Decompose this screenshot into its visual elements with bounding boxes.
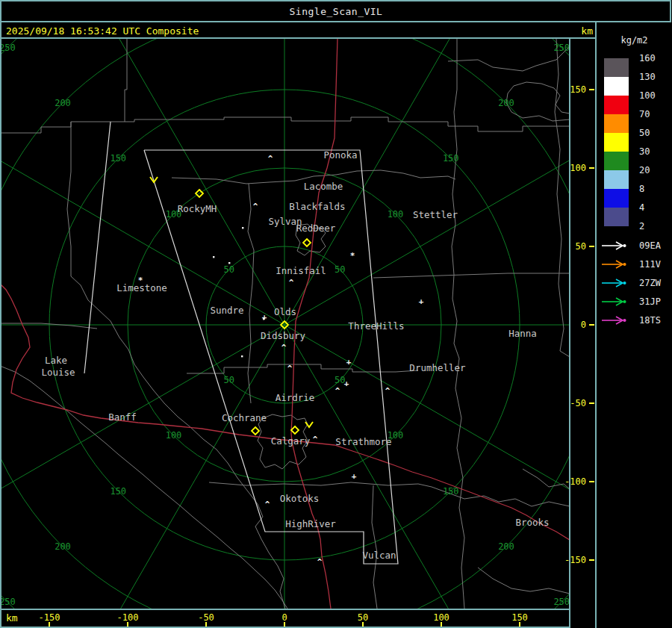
city-marker-diamond xyxy=(291,426,299,434)
legend-scale-label: 130 xyxy=(639,72,656,82)
station-id-label: 111V xyxy=(639,259,661,270)
station-id-label: 09EA xyxy=(639,240,661,251)
legend-color-swatch xyxy=(604,208,629,226)
ring-range-label: 200 xyxy=(55,541,71,552)
legend-unit-label: kg/m2 xyxy=(597,35,672,46)
county-boundary xyxy=(248,184,254,403)
county-boundary xyxy=(125,39,127,122)
bottom-axis-tick xyxy=(284,622,285,627)
county-boundary xyxy=(523,469,570,489)
ring-range-label: 250 xyxy=(0,597,16,607)
frame-line xyxy=(0,37,597,39)
coverage-boundary-line xyxy=(84,122,111,373)
town-marker: ^ xyxy=(265,500,270,509)
city-label: Olds xyxy=(274,306,296,317)
station-arrow-icon xyxy=(601,241,631,250)
ring-range-label: 150 xyxy=(110,486,126,497)
station-id-label: 27ZW xyxy=(639,278,661,288)
city-label: Louise xyxy=(41,367,75,378)
right-axis-tick xyxy=(589,481,594,482)
legend-color-swatch xyxy=(604,133,629,152)
right-axis-label: 0 xyxy=(581,320,586,330)
town-marker: ^ xyxy=(268,154,273,164)
county-boundary xyxy=(506,82,570,121)
bottom-axis-tick xyxy=(205,622,207,627)
county-boundary xyxy=(209,482,570,506)
town-marker: + xyxy=(352,471,357,481)
right-axis-label: 100 xyxy=(570,163,586,173)
legend-color-swatch xyxy=(604,114,629,133)
county-boundary xyxy=(448,46,570,71)
city-label: Brooks xyxy=(515,517,549,528)
county-boundary xyxy=(372,485,377,609)
right-axis-tick xyxy=(589,402,594,404)
city-label: ThreeHills xyxy=(348,320,404,332)
legend-panel: kg/m2 16013010070503020842 09EA111V27ZW3… xyxy=(597,22,672,628)
town-marker: ^ xyxy=(253,202,258,211)
town-marker-dot xyxy=(213,256,214,258)
city-label: Calgary xyxy=(271,435,311,447)
town-marker: * xyxy=(138,276,143,285)
city-label: Lacombe xyxy=(304,181,343,192)
ring-range-label: 150 xyxy=(443,153,459,164)
county-boundary xyxy=(478,568,570,594)
town-marker: + xyxy=(344,379,349,388)
legend-scale-label: 4 xyxy=(639,202,644,213)
ring-range-label: 200 xyxy=(55,98,71,108)
ring-range-label: 150 xyxy=(110,153,126,164)
legend-color-swatch xyxy=(604,189,629,208)
right-axis-label: -150 xyxy=(564,555,586,565)
ring-range-label: 50 xyxy=(224,264,234,275)
right-axis-label: 50 xyxy=(576,241,586,252)
town-marker-dot xyxy=(242,227,243,228)
town-marker: + xyxy=(419,296,424,306)
ring-range-label: 150 xyxy=(443,486,459,497)
legend-color-swatch xyxy=(604,58,629,77)
city-label: RockyMH xyxy=(178,203,217,214)
ring-range-label: 100 xyxy=(388,209,404,220)
right-axis-tick xyxy=(589,246,594,247)
city-label: HighRiver xyxy=(285,518,336,529)
bottom-axis-tick xyxy=(519,622,520,627)
city-label: Vulcan xyxy=(362,550,396,561)
city-label: Innisfail xyxy=(276,265,326,276)
station-arrow-icon xyxy=(601,297,631,306)
right-axis-tick xyxy=(589,559,594,561)
bottom-axis-tick xyxy=(49,622,50,627)
bottom-axis-label: 150 xyxy=(511,612,528,623)
ring-range-label: 250 xyxy=(553,43,570,53)
town-marker: ^ xyxy=(289,278,294,287)
legend-scale-label: 70 xyxy=(639,109,650,119)
town-marker: + xyxy=(346,357,352,367)
legend-scale-label: 100 xyxy=(639,90,656,101)
ring-range-label: 100 xyxy=(166,430,182,441)
city-label: Ponoka xyxy=(323,149,357,161)
bottom-axis-tick xyxy=(441,622,442,627)
legend-scale-label: 8 xyxy=(639,184,644,194)
city-marker-diamond xyxy=(252,427,259,435)
ring-range-label: 50 xyxy=(224,375,234,385)
city-label: Sundre xyxy=(210,305,243,316)
legend-color-swatch xyxy=(604,170,629,189)
ring-range-label: 50 xyxy=(335,264,345,275)
map-canvas[interactable]: 5050505010010010010015015015015020020020… xyxy=(0,0,672,628)
city-label: Hanna xyxy=(508,328,537,339)
county-boundary xyxy=(71,276,285,609)
city-label: Lake xyxy=(45,355,67,366)
bottom-axis-label: 100 xyxy=(433,612,449,623)
bottom-axis-label: 50 xyxy=(358,612,368,623)
station-arrow-icon xyxy=(601,316,631,325)
legend-color-swatch xyxy=(604,152,629,170)
city-label: Didsbury xyxy=(261,330,306,341)
legend-scale-label: 50 xyxy=(639,128,650,138)
frame-line xyxy=(1,0,671,1)
frame-line xyxy=(569,37,570,628)
town-marker: ^ xyxy=(335,386,340,396)
frame-line xyxy=(670,0,671,22)
bottom-axis-label: -50 xyxy=(198,612,214,623)
legend-scale-label: 20 xyxy=(639,165,650,175)
bottom-axis-label: -150 xyxy=(39,612,60,623)
city-label: Okotoks xyxy=(280,493,320,504)
city-marker-diamond xyxy=(303,239,311,246)
city-label: Cochrane xyxy=(222,412,267,423)
